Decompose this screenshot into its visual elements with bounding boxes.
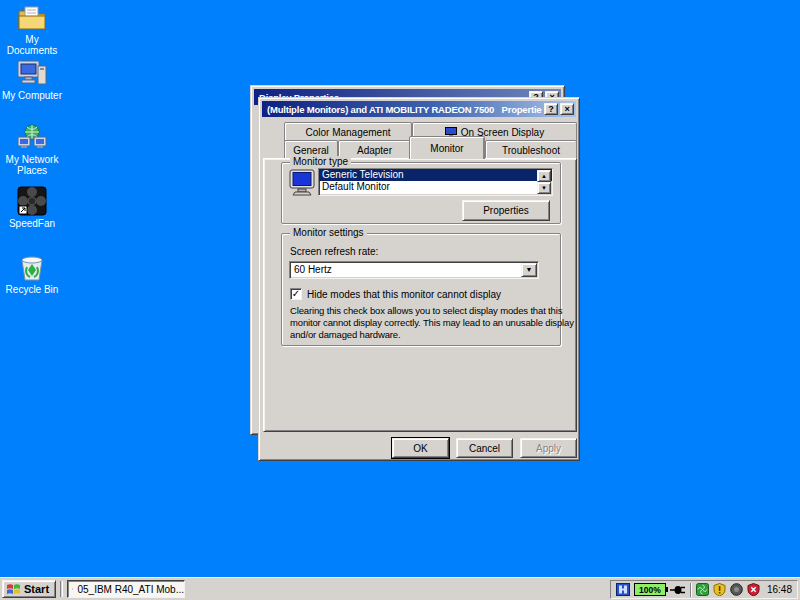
speedfan-tray-icon[interactable] [696,583,709,596]
desktop-icon-label: SpeedFan [0,218,64,229]
list-item-selected[interactable]: Generic Television [319,169,552,181]
button-label: Cancel [469,443,500,454]
monitor-properties-window: (Multiple Monitors) and ATI MOBILITY RAD… [258,97,580,461]
chevron-down-icon[interactable]: ▼ [521,263,537,277]
properties-button[interactable]: Properties [462,200,550,221]
tab-troubleshoot[interactable]: Troubleshoot [485,140,577,159]
group-label: Monitor settings [290,227,367,238]
taskbar-clock[interactable]: 16:48 [767,584,792,595]
tray-separator [690,583,692,597]
task-label: 05_IBM R40_ATI Mob... [77,584,184,595]
button-label: Properties [483,205,529,216]
window-title: (Multiple Monitors) and ATI MOBILITY RAD… [267,104,542,115]
blue-tray-icon[interactable] [616,583,630,596]
desktop-icon-label: My Documents [0,34,64,56]
close-button[interactable]: × [560,103,574,115]
tab-color-management[interactable]: Color Management [284,122,412,141]
monitor-type-group: Monitor type Generic Television Default … [281,162,561,224]
checkbox-label: Hide modes that this monitor cannot disp… [307,289,501,300]
desktop-icon-my-computer[interactable]: My Computer [0,58,64,101]
desktop-icon-my-documents[interactable]: My Documents [0,4,64,56]
tab-label: Adapter [357,145,392,156]
apply-button[interactable]: Apply [520,438,577,458]
refresh-rate-label: Screen refresh rate: [290,246,378,257]
my-documents-icon [16,4,48,32]
description-line: and/or damaged hardware. [290,329,574,341]
start-button[interactable]: Start [2,580,56,598]
description-line: Clearing this check box allows you to se… [290,305,574,317]
red-shield-icon[interactable] [747,583,760,596]
desktop-icon-recycle-bin[interactable]: Recycle Bin [0,252,64,295]
recycle-bin-icon [18,252,46,282]
my-computer-icon [16,58,48,88]
button-label: OK [413,443,427,454]
battery-indicator[interactable]: 100% [634,583,666,596]
system-tray: 100% 16:48 [610,580,798,599]
desktop-icon-label: Recycle Bin [0,284,64,295]
cancel-button[interactable]: Cancel [456,438,513,458]
gray-tray-icon[interactable] [730,583,743,596]
tab-label: Troubleshoot [502,145,560,156]
taskbar: Start 05_IBM R40_ATI Mob... 100% [0,577,800,600]
list-item[interactable]: Default Monitor [319,181,552,193]
combobox-value: 60 Hertz [294,264,332,275]
hide-modes-checkbox[interactable]: ✓ [290,288,302,300]
scroll-down-button[interactable]: ▼ [537,182,551,194]
desktop-icon-my-network-places[interactable]: My Network Places [0,124,64,176]
task-button-vnc[interactable]: 05_IBM R40_ATI Mob... [67,580,185,598]
hide-modes-description: Clearing this check box allows you to se… [290,305,574,341]
taskbar-divider [60,581,63,597]
description-line: monitor cannot display correctly. This m… [290,317,574,329]
tab-monitor[interactable]: Monitor [409,136,485,159]
windows-logo-icon [6,582,21,596]
group-label: Monitor type [290,156,351,167]
monitor-settings-group: Monitor settings Screen refresh rate: 60… [281,233,561,346]
ok-button[interactable]: OK [392,438,449,458]
battery-percent: 100% [639,585,661,595]
speedfan-icon [17,186,47,216]
start-label: Start [24,583,49,595]
monitor-list[interactable]: Generic Television Default Monitor ▲ ▼ [318,168,553,196]
yellow-shield-icon[interactable] [713,583,726,596]
desktop-icon-label: My Network Places [0,154,64,176]
tab-label: Monitor [430,143,463,154]
crt-monitor-icon [289,169,315,196]
power-plug-icon[interactable] [670,584,686,596]
vnc-icon [72,583,73,595]
desktop-icon-speedfan[interactable]: SpeedFan [0,186,64,229]
tab-label: General [293,145,329,156]
help-button[interactable]: ? [544,103,558,115]
monitor-properties-titlebar[interactable]: (Multiple Monitors) and ATI MOBILITY RAD… [262,101,576,117]
scroll-up-button[interactable]: ▲ [537,170,551,182]
my-network-places-icon [16,124,48,152]
desktop-icon-label: My Computer [0,90,64,101]
refresh-rate-combobox[interactable]: 60 Hertz ▼ [289,261,539,279]
tab-label: Color Management [305,127,390,138]
button-label: Apply [536,443,561,454]
